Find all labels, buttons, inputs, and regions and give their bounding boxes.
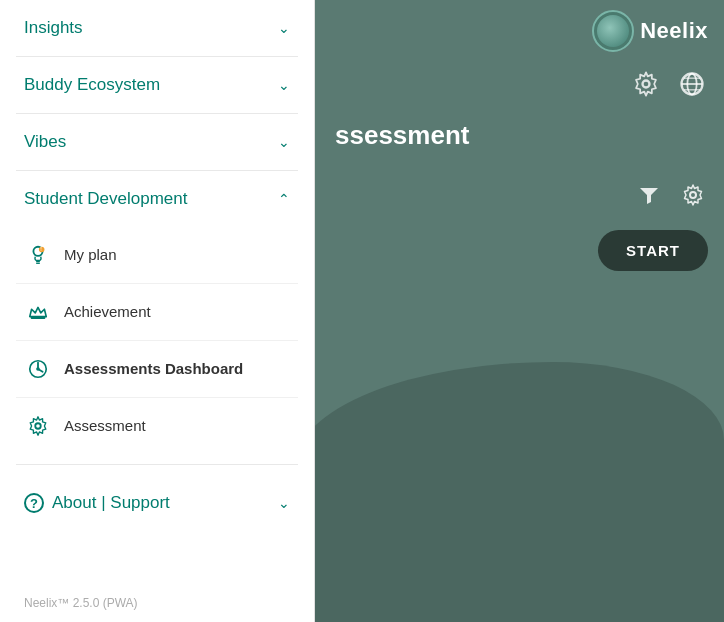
- chevron-down-icon: ⌄: [278, 134, 290, 150]
- crown-icon: [24, 298, 52, 326]
- assessment-title: ssessment: [335, 120, 469, 150]
- chevron-down-icon: ⌄: [278, 20, 290, 36]
- settings-content-icon[interactable]: [678, 180, 708, 210]
- sidebar-item-assessment[interactable]: Assessment: [16, 398, 298, 454]
- sidebar-item-achievement[interactable]: Achievement: [16, 284, 298, 341]
- main-content: Neelix ssessment: [315, 0, 724, 622]
- svg-rect-5: [31, 317, 46, 319]
- lightbulb-icon: !: [24, 241, 52, 269]
- sidebar-item-assessments-dashboard[interactable]: Assessments Dashboard: [16, 341, 298, 398]
- question-icon: ?: [24, 493, 44, 513]
- chevron-down-icon: ⌄: [278, 77, 290, 93]
- svg-point-9: [643, 81, 650, 88]
- divider: [16, 464, 298, 465]
- sidebar-scroll: Insights ⌄ Buddy Ecosystem ⌄ Vibes ⌄ Stu…: [0, 0, 314, 588]
- svg-point-7: [36, 367, 40, 371]
- header-icons: [630, 68, 708, 100]
- sidebar-item-buddy-ecosystem[interactable]: Buddy Ecosystem ⌄: [0, 57, 314, 113]
- filter-icon[interactable]: [634, 180, 664, 210]
- assessment-title-area: ssessment: [335, 120, 704, 151]
- neelix-logo: [592, 10, 634, 52]
- chart-icon: [24, 355, 52, 383]
- svg-point-8: [35, 423, 41, 429]
- svg-point-15: [690, 192, 696, 198]
- student-development-submenu: ! My plan Achievement: [0, 227, 314, 464]
- neelix-header: Neelix: [592, 10, 708, 52]
- start-button-area: START: [598, 230, 708, 271]
- content-icons: [634, 180, 708, 210]
- chevron-up-icon: ⌃: [278, 191, 290, 207]
- sidebar: Insights ⌄ Buddy Ecosystem ⌄ Vibes ⌄ Stu…: [0, 0, 315, 622]
- gear-icon: [24, 412, 52, 440]
- version-text: Neelix™ 2.5.0 (PWA): [0, 588, 314, 622]
- sidebar-item-insights[interactable]: Insights ⌄: [0, 0, 314, 56]
- sidebar-item-about-support[interactable]: ? About | Support ⌄: [0, 475, 314, 531]
- sidebar-item-vibes[interactable]: Vibes ⌄: [0, 114, 314, 170]
- globe-icon[interactable]: [676, 68, 708, 100]
- chevron-down-icon: ⌄: [278, 495, 290, 511]
- neelix-logo-inner: [597, 15, 629, 47]
- start-button[interactable]: START: [598, 230, 708, 271]
- settings-icon[interactable]: [630, 68, 662, 100]
- wave-decoration: [315, 362, 724, 622]
- sidebar-item-student-development[interactable]: Student Development ⌃: [0, 171, 314, 227]
- sidebar-item-my-plan[interactable]: ! My plan: [16, 227, 298, 284]
